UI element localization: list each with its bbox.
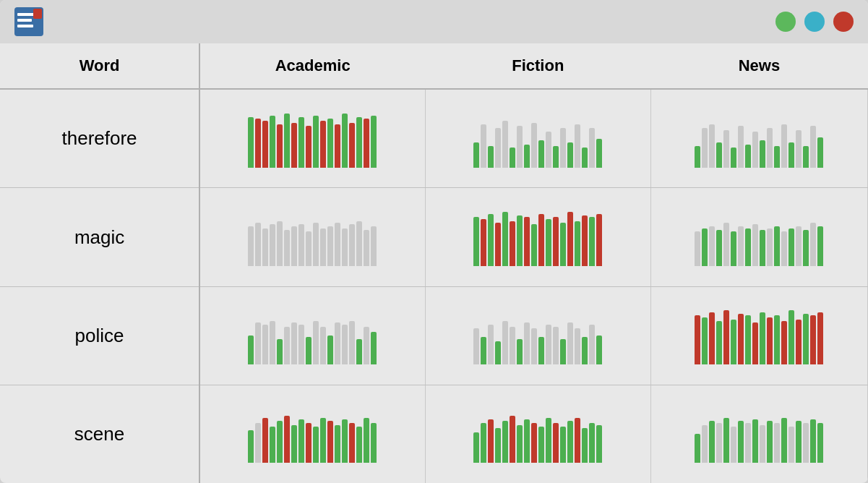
bar: [473, 217, 479, 266]
bar-cell-news: [650, 188, 867, 286]
bar: [788, 310, 794, 364]
table-row: scene: [0, 385, 868, 483]
bar: [371, 226, 377, 266]
bar: [810, 315, 816, 364]
bar: [738, 314, 744, 364]
bar: [723, 223, 729, 266]
bar: [284, 416, 290, 463]
bar: [356, 339, 362, 364]
bar-chart: [210, 307, 415, 364]
bar: [553, 327, 559, 364]
bar: [517, 126, 523, 168]
bar: [582, 428, 588, 463]
bar: [760, 140, 765, 168]
bar: [702, 317, 708, 364]
bar: [738, 126, 744, 168]
bar: [248, 430, 254, 463]
bar: [596, 214, 602, 266]
bar: [560, 128, 566, 168]
bar: [327, 119, 333, 168]
bar: [284, 114, 290, 168]
bar: [270, 116, 275, 168]
bar: [553, 146, 559, 168]
bar: [510, 327, 515, 364]
bar: [255, 119, 261, 168]
bar: [546, 219, 551, 266]
bar: [262, 228, 268, 266]
bar: [320, 121, 326, 168]
bar: [481, 124, 486, 168]
table-wrapper: Word Academic Fiction News thereforemagi…: [0, 43, 868, 483]
maximize-button[interactable]: [804, 12, 825, 32]
header-news: News: [650, 43, 867, 89]
bar: [502, 212, 508, 266]
bar: [248, 335, 254, 364]
bar: [364, 327, 369, 364]
header-academic: Academic: [199, 43, 425, 89]
bar-cell-fiction: [425, 286, 650, 385]
bar: [560, 427, 566, 463]
bar: [531, 423, 537, 463]
bar: [709, 312, 715, 364]
bar: [356, 427, 362, 463]
bar: [760, 425, 765, 463]
bar: [327, 226, 333, 266]
bar-cell-news: [650, 385, 867, 483]
bar: [752, 224, 758, 266]
bar: [510, 221, 515, 266]
bar: [320, 418, 326, 463]
bar: [364, 230, 369, 266]
bar: [774, 423, 780, 463]
bar: [796, 421, 802, 463]
bar: [270, 427, 275, 463]
bar-cell-news: [650, 286, 867, 385]
bar: [716, 321, 722, 364]
bar-cell-fiction: [425, 188, 650, 286]
bar: [817, 423, 823, 463]
bar: [291, 123, 297, 168]
bar: [760, 230, 765, 266]
svg-rect-3: [17, 25, 33, 27]
bar: [531, 328, 537, 364]
bar: [335, 124, 340, 168]
bar: [495, 128, 501, 168]
bar: [364, 418, 369, 463]
header-fiction: Fiction: [425, 43, 650, 89]
bar-chart: [210, 110, 415, 168]
bar: [313, 427, 319, 463]
bar: [567, 421, 573, 463]
bar: [560, 223, 566, 266]
svg-rect-1: [17, 13, 35, 16]
bar: [695, 231, 700, 266]
bar: [364, 119, 369, 168]
close-button[interactable]: [833, 12, 854, 32]
bar: [473, 142, 479, 168]
bar: [298, 419, 304, 463]
bar: [298, 325, 304, 364]
svg-rect-4: [33, 9, 42, 19]
bar: [546, 132, 551, 168]
bar: [495, 341, 501, 364]
bar: [291, 425, 297, 463]
bar: [575, 328, 580, 364]
bar: [538, 214, 544, 266]
minimize-button[interactable]: [775, 12, 796, 32]
bar: [546, 325, 551, 364]
bar: [752, 419, 758, 463]
bar: [723, 130, 729, 168]
bar: [767, 228, 773, 266]
word-cell: police: [0, 286, 199, 385]
bar: [546, 418, 551, 463]
bar: [709, 226, 715, 266]
bar: [517, 215, 523, 266]
window-controls: [775, 12, 854, 32]
bar: [524, 145, 530, 168]
bar: [320, 327, 326, 364]
bar: [695, 434, 700, 463]
bar: [524, 217, 530, 266]
bar: [788, 228, 794, 266]
bar: [349, 321, 355, 364]
bar: [781, 321, 787, 364]
bar: [695, 315, 700, 364]
bar: [788, 427, 794, 463]
